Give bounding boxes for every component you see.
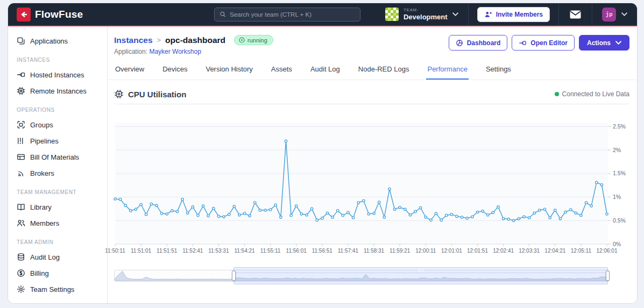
search-icon [220,11,226,18]
tab-node-red-logs[interactable]: Node-RED Logs [357,64,411,80]
application-link[interactable]: Mayker Workshop [149,48,201,55]
svg-text:1.5%: 1.5% [613,170,626,176]
audit-log-icon [17,253,25,261]
team-switcher[interactable]: TEAM: Development [374,3,468,25]
sidebar-item-label: Audit Log [30,253,60,261]
sidebar-item-team-settings[interactable]: Team Settings [8,281,107,297]
tab-audit-log[interactable]: Audit Log [309,64,341,80]
sidebar-item-pipelines[interactable]: Pipelines [8,133,107,149]
flowfuse-logo[interactable]: FlowFuse [17,8,83,22]
app-window: FlowFuse TEAM: Development Invite Member… [8,3,638,304]
svg-text:11:57:41: 11:57:41 [338,248,359,254]
sidebar-item-label: Team Settings [30,285,74,293]
sidebar-item-hosted-instances[interactable]: Hosted Instances [8,67,107,83]
svg-text:11:53:31: 11:53:31 [208,248,229,254]
dashboard-button-label: Dashboard [467,39,501,47]
user-avatar: jp [602,8,616,22]
svg-text:2%: 2% [613,147,621,153]
svg-text:0%: 0% [613,241,621,247]
mail-icon [570,10,581,19]
tab-devices[interactable]: Devices [161,64,188,80]
sidebar-item-audit-log[interactable]: Audit Log [8,249,107,265]
notifications-button[interactable] [559,3,592,25]
brokers-icon [17,169,25,177]
team-settings-icon [17,285,25,293]
sidebar-item-applications[interactable]: Applications [8,33,107,49]
sidebar-item-billing[interactable]: Billing [8,265,107,281]
live-status: Connected to Live Data [555,90,629,98]
tab-overview[interactable]: Overview [114,64,145,80]
user-menu[interactable]: jp [592,8,629,22]
sidebar-section-heading: TEAM MANAGEMENT [8,189,107,195]
brush-selection[interactable] [233,267,608,284]
invite-members-label: Invite Members [496,11,543,18]
dashboard-button[interactable]: Dashboard [449,35,508,51]
sidebar-item-members[interactable]: Members [8,215,107,231]
sidebar-item-library[interactable]: Library [8,199,107,215]
sidebar-section-heading: TEAM ADMIN [8,239,107,245]
panel-title: CPU Utilisation [114,89,186,99]
nav-divider [468,3,469,25]
tab-performance[interactable]: Performance [426,64,468,80]
sidebar-item-label: Bill Of Materials [30,153,79,161]
invite-members-button[interactable]: Invite Members [477,7,550,22]
sidebar-item-bill-of-materials[interactable]: Bill Of Materials [8,149,107,165]
breadcrumb-instances-link[interactable]: Instances [114,35,153,45]
sidebar-item-label: Pipelines [30,137,59,145]
pie-chart-icon [456,39,463,47]
sidebar-item-brokers[interactable]: Brokers [8,165,107,181]
team-search[interactable] [214,8,360,22]
svg-text:11:52:41: 11:52:41 [182,248,203,254]
svg-text:11:56:01: 11:56:01 [286,248,307,254]
cpu-chip-icon [114,89,124,99]
tab-settings[interactable]: Settings [485,64,512,80]
svg-text:12:00:11: 12:00:11 [415,248,436,254]
chart-brush [114,267,610,285]
svg-text:12:01:51: 12:01:51 [467,248,488,254]
sidebar-item-label: Library [30,203,52,211]
team-name: Development [404,13,448,21]
svg-text:11:51:51: 11:51:51 [157,248,178,254]
svg-text:12:04:21: 12:04:21 [544,248,565,254]
search-input[interactable] [230,11,355,18]
chevron-down-icon [452,12,458,17]
actions-button[interactable]: Actions [579,35,629,51]
billing-icon [17,269,25,277]
tab-assets[interactable]: Assets [270,64,293,80]
team-avatar [385,8,399,21]
sidebar-item-remote-instances[interactable]: Remote Instances [8,83,107,99]
brush-handle-right[interactable] [606,271,610,281]
sidebar-item-label: Groups [30,121,53,129]
chevron-down-icon [615,41,621,45]
breadcrumb-separator: > [157,36,161,44]
sidebar-item-label: Billing [30,269,49,277]
flowfuse-logo-icon [17,8,31,22]
library-icon [17,203,25,211]
team-label: TEAM: [404,8,448,12]
sidebar-section-heading: INSTANCES [8,57,107,63]
svg-text:0.5%: 0.5% [613,217,626,224]
sidebar: ApplicationsINSTANCESHosted InstancesRem… [8,26,108,303]
brush-grip-icon[interactable] [419,269,423,272]
status-badge: running [234,35,273,45]
sidebar-item-groups[interactable]: Groups [8,117,107,133]
open-editor-button[interactable]: Open Editor [512,35,575,51]
sidebar-item-label: Hosted Instances [30,71,84,79]
members-icon [17,219,25,227]
tab-version-history[interactable]: Version History [204,64,253,80]
brush-handle-left[interactable] [232,271,236,281]
svg-text:11:55:11: 11:55:11 [260,248,281,254]
sidebar-item-label: Brokers [30,169,54,177]
main-content: Instances > opc-dashboard running Applic… [108,26,637,303]
instance-name: opc-dashboard [165,35,225,45]
hosted-instances-icon [17,70,25,79]
application-label: Application: [114,48,147,55]
instance-tabs: OverviewDevicesVersion HistoryAssetsAudi… [108,64,637,80]
user-plus-icon [484,11,492,18]
svg-text:12:05:11: 12:05:11 [571,248,592,254]
svg-text:11:51:01: 11:51:01 [131,248,152,254]
svg-text:11:50:11: 11:50:11 [105,248,125,254]
actions-button-label: Actions [587,39,611,47]
applications-icon [17,37,25,45]
sidebar-item-label: Remote Instances [30,87,87,95]
